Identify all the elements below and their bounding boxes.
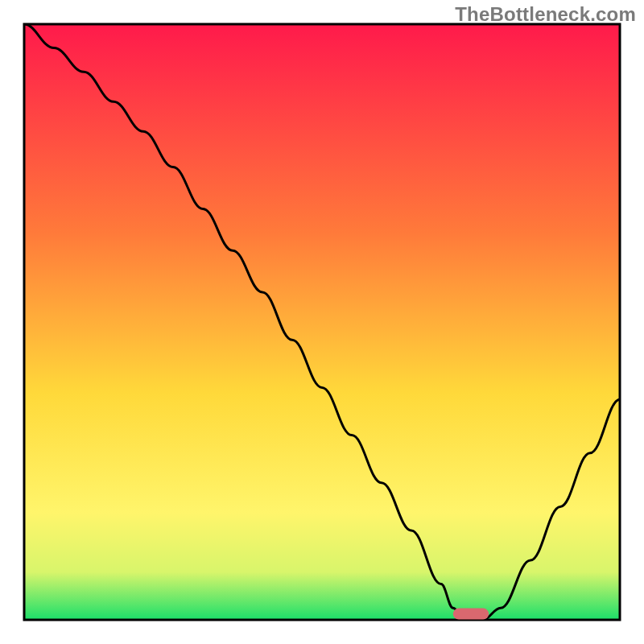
watermark-text: TheBottleneck.com	[455, 3, 636, 26]
chart-stage: TheBottleneck.com	[0, 0, 644, 644]
plot-background	[24, 24, 620, 620]
chart-svg	[0, 0, 644, 644]
min-marker	[453, 609, 489, 620]
